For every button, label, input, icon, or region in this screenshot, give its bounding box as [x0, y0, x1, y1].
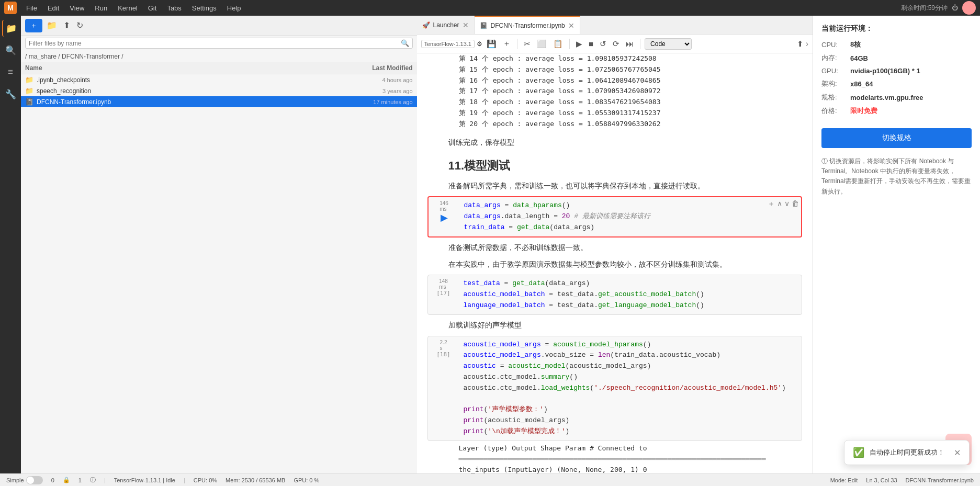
- toolbar-sep-1: [517, 39, 517, 49]
- search-bar: 🔍: [25, 38, 413, 49]
- output-line: 第 19 个 epoch : average loss = 1.05530913…: [459, 108, 792, 119]
- env-label-price: 价格:: [821, 106, 850, 116]
- folder-icon: 📁: [25, 87, 33, 95]
- notebook-toolbar: TensorFlow-1.13.1 ⚙ 💾 ＋ ✂ ⬜ 📋 ▶ ■ ↺ ⟳ ⏭ …: [417, 35, 813, 53]
- env-row-arch: 架构: x86_64: [821, 79, 972, 88]
- simple-label: Simple: [6, 477, 24, 483]
- toast-icon: ✅: [853, 447, 864, 458]
- notebook-tab-label: DFCNN-Transformer.ipynb: [491, 22, 565, 29]
- fast-forward-button[interactable]: ⏭: [624, 38, 636, 49]
- sidebar-icon-extensions[interactable]: 🔧: [2, 86, 19, 103]
- output-line: 第 16 个 epoch : average loss = 1.06412089…: [459, 75, 792, 86]
- menu-tabs[interactable]: Tabs: [163, 3, 185, 13]
- menu-kernel[interactable]: Kernel: [114, 3, 142, 13]
- lock-icon: 🔒: [63, 477, 70, 483]
- tab-launcher[interactable]: 🚀 Launcher ✕: [417, 16, 475, 34]
- cell-run-label-148: 148ms: [439, 278, 448, 290]
- cell-output: 第 14 个 epoch : average loss = 1.09810593…: [417, 53, 813, 134]
- tab-notebook[interactable]: 📓 DFCNN-Transformer.ipynb ✕: [475, 16, 580, 34]
- launcher-tab-close[interactable]: ✕: [463, 21, 469, 29]
- add-above-button[interactable]: ＋: [768, 199, 775, 209]
- run-button[interactable]: ▶: [574, 38, 584, 50]
- paste-button[interactable]: 📋: [551, 38, 565, 50]
- menu-git[interactable]: Git: [144, 3, 161, 13]
- sidebar-icon-search[interactable]: 🔍: [2, 42, 19, 59]
- refresh-button[interactable]: ↻: [74, 19, 85, 31]
- menu-view[interactable]: View: [65, 3, 88, 13]
- share-button[interactable]: ⬆: [797, 39, 804, 49]
- cell-content-148[interactable]: test_data = get_data(data_args) acoustic…: [459, 275, 802, 314]
- para-4: 加载训练好的声学模型: [417, 317, 813, 334]
- cell-type-select[interactable]: Code Markdown Raw: [645, 38, 692, 50]
- restart-button[interactable]: ↺: [598, 38, 609, 50]
- switch-spec-button[interactable]: 切换规格: [821, 128, 972, 148]
- upload-folder-button[interactable]: 📁: [44, 19, 59, 31]
- restart-run-button[interactable]: ⟳: [611, 38, 622, 50]
- cell-number-22: [18]: [436, 351, 450, 358]
- table-output: Layer (type) Output Shape Param # Connec…: [417, 443, 813, 473]
- launcher-tab-label: Launcher: [433, 21, 459, 29]
- upload-button[interactable]: ⬆: [61, 19, 72, 31]
- menu-settings[interactable]: Settings: [188, 3, 221, 13]
- run-cell-146-button[interactable]: ▶: [441, 212, 448, 223]
- toast-text: 自动停止时间更新成功！: [870, 448, 944, 457]
- collapse-right-panel[interactable]: ›: [806, 39, 808, 49]
- file-table-header: Name Last Modified: [21, 62, 417, 74]
- code-line: data_args = data_hparams(): [464, 200, 762, 211]
- notebook-tab-close[interactable]: ✕: [568, 22, 575, 29]
- menu-edit[interactable]: Edit: [43, 3, 63, 13]
- toast-close-button[interactable]: ✕: [954, 448, 961, 458]
- output-line: 第 18 个 epoch : average loss = 1.08354762…: [459, 97, 792, 108]
- file-table: Name Last Modified 📁.ipynb_checkpoints 4…: [21, 62, 417, 473]
- move-down-button[interactable]: ∨: [784, 199, 790, 208]
- add-cell-button[interactable]: ＋: [501, 38, 513, 50]
- header-modified: Last Modified: [345, 64, 413, 72]
- output-line: 第 20 个 epoch : average loss = 1.05884979…: [459, 119, 792, 130]
- copy-button[interactable]: ⬜: [535, 38, 549, 50]
- file-row-selected[interactable]: 📓DFCNN-Transformer.ipynb 17 minutes ago: [21, 96, 417, 107]
- mode-toggle-track[interactable]: [26, 476, 43, 484]
- cell-content-22[interactable]: acoustic_model_args = acoustic_model_hpa…: [459, 336, 802, 440]
- cell-gutter-148: 148ms [17]: [428, 275, 459, 314]
- launcher-tab-icon: 🚀: [422, 21, 430, 29]
- app-logo: M: [4, 2, 17, 14]
- move-up-button[interactable]: ∧: [777, 199, 782, 208]
- file-row[interactable]: 📁speech_recognition 3 years ago: [21, 85, 417, 96]
- left-icon-bar: 📁 🔍 ≡ 🔧: [0, 16, 21, 473]
- new-button[interactable]: ＋: [25, 19, 42, 32]
- search-input[interactable]: [29, 40, 401, 47]
- menubar-right: 剩余时间:59分钟 ⏻: [901, 1, 976, 15]
- power-icon[interactable]: ⏻: [952, 4, 958, 12]
- toolbar-sep-3: [640, 39, 640, 49]
- notice-text: ① 切换资源后，将影响实例下所有 Notebook 与 Terminal。Not…: [821, 156, 972, 197]
- toolbar-sep-2: [569, 39, 570, 49]
- mode-toggle: Simple: [6, 476, 43, 484]
- env-row-price: 价格: 限时免费: [821, 106, 972, 116]
- user-avatar[interactable]: [962, 1, 976, 15]
- env-label-cpu: CPU:: [821, 41, 850, 49]
- env-row-spec: 规格: modelarts.vm.gpu.free: [821, 93, 972, 102]
- output-line: 第 17 个 epoch : average loss = 1.07090534…: [459, 86, 792, 97]
- sidebar-icon-git[interactable]: ≡: [2, 64, 19, 81]
- cell-content-146[interactable]: data_args = data_hparams() data_args.dat…: [460, 197, 766, 236]
- file-row[interactable]: 📁.ipynb_checkpoints 4 hours ago: [21, 74, 417, 85]
- delete-cell-button[interactable]: 🗑: [792, 199, 799, 208]
- menu-help[interactable]: Help: [223, 3, 245, 13]
- table-row-line: the_inputs (InputLayer) (None, None, 200…: [459, 465, 792, 473]
- file-modified: 3 years ago: [345, 88, 413, 94]
- train-complete-text: 训练完成，保存模型: [417, 134, 813, 152]
- stop-button[interactable]: ■: [587, 38, 595, 49]
- sidebar-icon-files[interactable]: 📁: [2, 20, 19, 37]
- notebook-name-status: DFCNN-Transformer.ipynb: [906, 477, 974, 483]
- code-line: print('\n加载声学模型完成！'): [464, 426, 798, 437]
- save-button[interactable]: 💾: [485, 38, 499, 50]
- cpu-text: CPU: 0%: [194, 477, 217, 483]
- folder-icon: 📁: [25, 76, 33, 84]
- menu-file[interactable]: File: [22, 3, 41, 13]
- menu-run[interactable]: Run: [91, 3, 111, 13]
- cut-button[interactable]: ✂: [522, 38, 533, 50]
- env-row-gpu: GPU: nvidia-p100(16GB) * 1: [821, 67, 972, 75]
- code-line: test_data = get_data(data_args): [464, 278, 798, 289]
- section-11-header: 11.模型测试: [417, 152, 813, 178]
- cell-number-148: [17]: [436, 290, 450, 297]
